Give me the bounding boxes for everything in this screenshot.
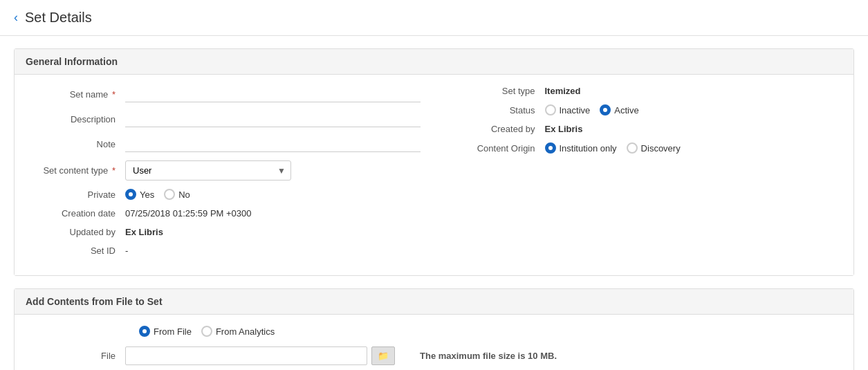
page-header: ‹ Set Details — [0, 0, 868, 36]
file-text-input[interactable] — [125, 346, 367, 365]
status-active-option[interactable]: Active — [600, 104, 638, 115]
set-type-label: Set type — [434, 86, 545, 96]
folder-icon: 📁 — [378, 351, 389, 361]
set-id-row: Set ID - — [15, 246, 434, 256]
status-inactive-option[interactable]: Inactive — [545, 104, 591, 115]
description-input[interactable] — [125, 111, 421, 127]
private-yes-radio[interactable] — [125, 189, 136, 200]
set-content-type-wrapper: User Physical item Electronic item Portf… — [125, 160, 291, 181]
general-information-section: General Information Set name * Descripti… — [14, 48, 854, 276]
right-column: Set type Itemized Status Inactive Active — [434, 86, 854, 264]
private-yes-label: Yes — [140, 189, 154, 200]
status-inactive-label: Inactive — [560, 105, 591, 115]
creation-date-label: Creation date — [28, 208, 125, 219]
private-yes-option[interactable]: Yes — [125, 189, 154, 200]
set-type-value: Itemized — [545, 86, 581, 96]
max-file-note: The maximum file size is 10 MB. — [420, 351, 557, 361]
private-no-option[interactable]: No — [164, 189, 190, 200]
add-contents-section: Add Contents from File to Set From File … — [14, 288, 854, 370]
status-active-radio[interactable] — [600, 104, 611, 115]
set-name-label: Set name * — [28, 89, 125, 100]
created-by-value: Ex Libris — [545, 124, 583, 134]
from-file-radio[interactable] — [139, 326, 150, 337]
from-file-label: From File — [154, 326, 192, 337]
private-no-radio[interactable] — [164, 189, 175, 200]
required-indicator-2: * — [109, 165, 116, 176]
set-type-row: Set type Itemized — [434, 86, 854, 96]
creation-date-row: Creation date 07/25/2018 01:25:59 PM +03… — [15, 208, 434, 219]
set-id-label: Set ID — [28, 246, 125, 256]
file-browse-button[interactable]: 📁 — [371, 346, 395, 365]
add-contents-header: Add Contents from File to Set — [15, 289, 853, 315]
content-origin-radio-group: Institution only Discovery — [545, 142, 681, 154]
note-label: Note — [28, 139, 125, 149]
private-radio-group: Yes No — [125, 189, 190, 200]
content-origin-discovery-option[interactable]: Discovery — [627, 142, 681, 154]
private-label: Private — [28, 189, 125, 200]
updated-by-value: Ex Libris — [125, 227, 163, 237]
general-info-header: General Information — [15, 49, 853, 75]
created-by-row: Created by Ex Libris — [434, 124, 854, 134]
private-no-label: No — [178, 189, 190, 200]
status-active-label: Active — [614, 105, 638, 115]
note-input[interactable] — [125, 136, 421, 152]
set-name-input[interactable] — [125, 86, 421, 102]
updated-by-row: Updated by Ex Libris — [15, 227, 434, 237]
set-content-type-label: Set content type * — [28, 165, 125, 176]
from-analytics-label: From Analytics — [216, 326, 275, 337]
private-row: Private Yes No — [15, 189, 434, 200]
set-name-row: Set name * — [15, 86, 434, 102]
status-row: Status Inactive Active — [434, 104, 854, 115]
creation-date-value: 07/25/2018 01:25:59 PM +0300 — [125, 208, 252, 219]
add-contents-body: From File From Analytics File 📁 The maxi… — [15, 315, 853, 370]
content-origin-discovery-label: Discovery — [641, 143, 681, 154]
created-by-label: Created by — [434, 124, 545, 134]
file-source-row: From File From Analytics — [15, 326, 853, 337]
status-label: Status — [434, 105, 545, 115]
description-row: Description — [15, 111, 434, 127]
content-origin-institution-radio[interactable] — [545, 142, 556, 154]
set-content-type-row: Set content type * User Physical item El… — [15, 160, 434, 181]
updated-by-label: Updated by — [28, 227, 125, 237]
from-analytics-option[interactable]: From Analytics — [201, 326, 275, 337]
status-radio-group: Inactive Active — [545, 104, 639, 115]
file-row: File 📁 The maximum file size is 10 MB. — [15, 346, 853, 365]
from-analytics-radio[interactable] — [201, 326, 212, 337]
file-input-row: 📁 The maximum file size is 10 MB. — [125, 346, 557, 365]
max-file-size: 10 MB — [528, 351, 554, 361]
content-origin-institution-label: Institution only — [560, 143, 617, 154]
back-button[interactable]: ‹ — [14, 10, 18, 25]
set-content-type-select[interactable]: User Physical item Electronic item Portf… — [125, 160, 291, 181]
content-origin-label: Content Origin — [434, 143, 545, 154]
page-title: Set Details — [25, 10, 92, 26]
from-file-option[interactable]: From File — [139, 326, 192, 337]
content-origin-row: Content Origin Institution only Discover… — [434, 142, 854, 154]
note-row: Note — [15, 136, 434, 152]
content-origin-institution-option[interactable]: Institution only — [545, 142, 617, 154]
set-id-value: - — [125, 246, 128, 256]
file-label: File — [28, 351, 125, 361]
file-source-radio-group: From File From Analytics — [139, 326, 275, 337]
status-inactive-radio[interactable] — [545, 104, 556, 115]
content-origin-discovery-radio[interactable] — [627, 142, 638, 154]
description-label: Description — [28, 114, 125, 124]
required-indicator: * — [109, 89, 116, 100]
two-column-layout: Set name * Description Note S — [15, 86, 853, 264]
left-column: Set name * Description Note S — [15, 86, 434, 264]
general-info-body: Set name * Description Note S — [15, 75, 853, 275]
